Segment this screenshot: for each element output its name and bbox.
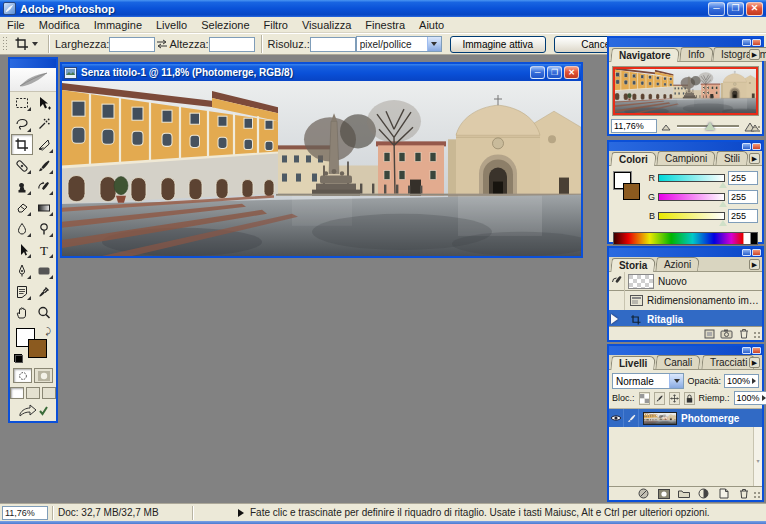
menu-modifica[interactable]: Modifica (32, 18, 87, 32)
resolution-unit-select[interactable]: pixel/pollice (356, 36, 442, 52)
minimize-icon[interactable] (742, 249, 751, 256)
panel-menu-button[interactable]: ▶ (749, 153, 760, 164)
new-group-button[interactable] (677, 488, 690, 499)
new-snapshot-button[interactable] (720, 328, 733, 339)
history-snapshot-row[interactable]: Nuovo (609, 272, 762, 291)
tab-canali[interactable]: Canali (656, 355, 702, 369)
menu-file[interactable]: File (0, 18, 32, 32)
move-tool[interactable] (33, 92, 55, 113)
blue-value-input[interactable] (728, 209, 758, 223)
swap-dimensions-icon[interactable] (155, 38, 169, 50)
background-color-swatch[interactable] (623, 183, 640, 200)
toolbox-titlebar[interactable] (10, 59, 56, 68)
minimize-icon[interactable] (742, 347, 751, 354)
red-value-input[interactable] (728, 171, 758, 185)
navigator-zoom-slider[interactable] (675, 120, 741, 132)
lock-transparency-icon[interactable] (639, 392, 650, 405)
crop-tool-preset[interactable] (10, 34, 42, 54)
history-step-row[interactable]: Ridimensionamento immagi... (609, 291, 762, 310)
eyedropper-tool[interactable] (33, 281, 55, 302)
lasso-tool[interactable] (11, 113, 33, 134)
menu-livello[interactable]: Livello (149, 18, 194, 32)
dodge-tool[interactable] (33, 218, 55, 239)
type-tool[interactable]: T (33, 239, 55, 260)
blur-tool[interactable] (11, 218, 33, 239)
navigator-zoom-input[interactable] (611, 119, 657, 133)
layers-titlebar[interactable] (609, 346, 762, 355)
resize-grip[interactable] (753, 125, 761, 133)
shape-tool[interactable] (33, 260, 55, 281)
new-layer-button[interactable] (717, 488, 730, 499)
resize-grip[interactable] (753, 331, 761, 339)
minimize-icon[interactable] (742, 143, 751, 150)
close-icon[interactable] (752, 249, 761, 256)
history-state-pointer[interactable] (611, 314, 618, 324)
standard-screen-button[interactable] (10, 387, 24, 399)
pen-tool[interactable] (11, 260, 33, 281)
close-icon[interactable] (752, 143, 761, 150)
lock-paint-icon[interactable] (654, 392, 665, 405)
opacity-value[interactable]: 100% (724, 374, 759, 388)
new-document-from-state-button[interactable] (703, 328, 716, 339)
menu-selezione[interactable]: Selezione (194, 18, 256, 32)
default-colors-icon[interactable] (14, 354, 23, 363)
resolution-input[interactable] (310, 37, 356, 52)
slider-thumb[interactable] (719, 201, 727, 207)
doc-minimize-icon[interactable]: ─ (530, 66, 545, 79)
history-titlebar[interactable] (609, 248, 762, 257)
menu-aiuto[interactable]: Aiuto (412, 18, 451, 32)
blend-mode-select[interactable]: Normale (612, 373, 684, 389)
fullscreen-button[interactable] (42, 387, 56, 399)
close-icon[interactable] (752, 39, 761, 46)
tab-livelli[interactable]: Livelli (610, 356, 656, 370)
resize-grip[interactable] (753, 491, 761, 499)
minimize-icon[interactable]: ─ (708, 2, 725, 16)
document-size-info[interactable]: Doc: 32,7 MB/32,7 MB (58, 507, 188, 518)
zoom-tool[interactable] (33, 302, 55, 323)
magic-wand-tool[interactable] (33, 113, 55, 134)
blue-slider[interactable] (658, 212, 725, 220)
hand-tool[interactable] (11, 302, 33, 323)
front-image-button[interactable]: Immagine attiva (450, 36, 546, 53)
layers-scrollbar[interactable]: ▾ (753, 427, 762, 488)
path-selection-tool[interactable] (11, 239, 33, 260)
tab-navigatore[interactable]: Navigatore (610, 48, 679, 62)
add-layer-mask-button[interactable] (657, 488, 670, 499)
zoom-out-icon[interactable] (660, 121, 672, 131)
menu-finestra[interactable]: Finestra (358, 18, 412, 32)
width-input[interactable] (109, 37, 155, 52)
menu-immagine[interactable]: Immagine (87, 18, 149, 32)
slider-thumb[interactable] (705, 122, 715, 130)
slice-tool[interactable] (33, 134, 55, 155)
tab-storia[interactable]: Storia (610, 258, 656, 272)
layer-row[interactable]: Photomerge (609, 409, 762, 427)
canvas-image[interactable] (62, 81, 581, 256)
close-icon[interactable]: ✕ (746, 2, 763, 16)
tab-info[interactable]: Info (679, 47, 713, 61)
panel-menu-button[interactable]: ▶ (749, 49, 760, 60)
adjustment-layer-button[interactable] (697, 488, 710, 499)
tab-azioni[interactable]: Azioni (656, 257, 701, 271)
menu-visualizza[interactable]: Visualizza (295, 18, 358, 32)
brush-tool[interactable] (33, 155, 55, 176)
doc-close-icon[interactable]: ✕ (564, 66, 579, 79)
lock-all-icon[interactable] (684, 392, 695, 405)
trash-icon[interactable] (737, 488, 750, 499)
document-titlebar[interactable]: Senza titolo-1 @ 11,8% (Photomerge, RGB/… (62, 64, 581, 81)
lock-position-icon[interactable] (669, 392, 680, 405)
tab-campioni[interactable]: Campioni (656, 151, 716, 165)
options-grip[interactable] (2, 36, 7, 52)
close-icon[interactable] (752, 347, 761, 354)
history-brush-source-well[interactable] (609, 272, 625, 291)
colors-titlebar[interactable] (609, 142, 762, 151)
imageready-button[interactable] (18, 403, 48, 421)
clone-stamp-tool[interactable] (11, 176, 33, 197)
fill-value[interactable]: 100% (734, 391, 766, 405)
slider-thumb[interactable] (719, 182, 727, 188)
color-spectrum-ramp[interactable] (613, 232, 758, 245)
menu-filtro[interactable]: Filtro (257, 18, 295, 32)
fullscreen-menubar-button[interactable] (26, 387, 40, 399)
status-zoom-input[interactable]: 11,76% (2, 506, 48, 520)
doc-restore-icon[interactable]: ❐ (547, 66, 562, 79)
navigator-view-box[interactable] (613, 67, 758, 115)
